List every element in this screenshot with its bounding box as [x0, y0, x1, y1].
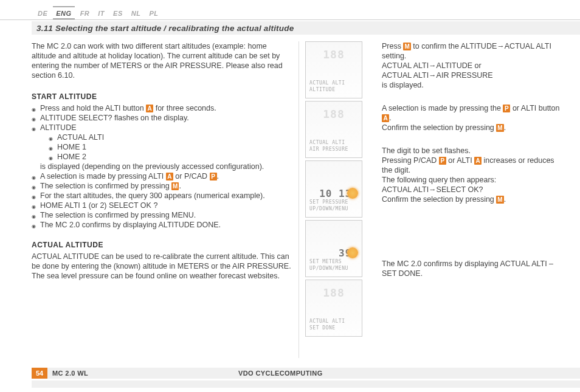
text: A selection is made by pressing the: [382, 104, 503, 112]
manual-page: DE ENG FR IT ES NL PL 3.11 Selecting the…: [0, 0, 580, 392]
device-segments: [311, 167, 357, 180]
right-block-3: The digit to be set flashes. Pressing P/…: [382, 146, 565, 204]
content-columns: The MC 2.0 can work with two different s…: [32, 41, 565, 358]
text: Pressing P/CAD: [382, 156, 439, 165]
actual-altitude-heading: ACTUAL ALTITUDE: [32, 241, 292, 249]
list-item: The MC 2.0 confirms by displaying ALTITU…: [32, 220, 292, 230]
list-item: HOME 1: [49, 142, 292, 152]
list-item: ALTITUDE SELECT? flashes on the display.: [32, 113, 292, 123]
text: A selection is made by pressing ALTI: [40, 172, 166, 181]
footer-model: MC 2.0 WL: [52, 370, 88, 377]
list-item: For the start altitudes, the query 300 a…: [32, 191, 292, 201]
language-tabs: DE ENG FR IT ES NL PL: [38, 10, 159, 17]
lang-nl[interactable]: NL: [131, 10, 141, 17]
text: The selection is confirmed by pressing: [40, 182, 171, 190]
start-altitude-list: Press and hold the ALTI button A for thr…: [32, 103, 292, 230]
text: or ALTI: [446, 156, 474, 165]
device-screenshot-stack: 188 ACTUAL ALTI ALTITUDE 188 ACTUAL ALTI…: [305, 41, 366, 337]
text: ALTITUDE: [40, 123, 77, 132]
right-block-2: A selection is made by pressing the P or…: [382, 103, 565, 132]
device-segments: 188: [311, 108, 357, 120]
lang-de[interactable]: DE: [38, 10, 47, 17]
text: Press and hold the ALTI button: [40, 104, 146, 112]
pcad-chip-icon: P: [210, 173, 217, 181]
column-right: Press M to confirm the ALTITUDE→ACTUAL A…: [372, 41, 565, 358]
device-screenshot: 398 SET METERS UP/DOWN/MENU: [305, 220, 362, 277]
list-item: ACTUAL ALTI: [49, 132, 292, 142]
actual-altitude-block: ACTUAL ALTITUDE ACTUAL ALTITUDE can be u…: [32, 241, 292, 281]
device-label-2: UP/DOWN/MENU: [309, 266, 348, 271]
device-label-2: SET DONE: [309, 325, 336, 331]
section-header: 3.11 Selecting the start altitude / reca…: [32, 21, 580, 35]
footer-bottom-strip: [32, 380, 580, 388]
menu-chip-icon: M: [403, 43, 410, 50]
pcad-chip-icon: P: [503, 105, 510, 112]
text: for three seconds.: [153, 104, 216, 112]
text: Confirm the selection by pressing: [382, 195, 496, 204]
pcad-chip-icon: P: [439, 157, 446, 165]
lang-it[interactable]: IT: [98, 10, 105, 17]
device-segments: 188: [311, 48, 357, 61]
device-segments: 188: [311, 286, 357, 299]
section-title: 3.11 Selecting the start altitude / reca…: [36, 24, 294, 33]
device-screenshot: 188 ACTUAL ALTI AIR PRESSURE: [305, 101, 362, 158]
text: .: [504, 123, 506, 132]
device-label-1: ACTUAL ALTI: [309, 80, 345, 86]
device-label-1: ACTUAL ALTI: [309, 318, 345, 324]
column-left: The MC 2.0 can work with two different s…: [32, 41, 299, 358]
text: The following query then appears:: [382, 176, 496, 184]
lang-eng[interactable]: ENG: [56, 10, 71, 17]
top-divider: [0, 19, 580, 20]
device-screenshot: 188 ACTUAL ALTI SET DONE: [305, 280, 362, 337]
intro-paragraph: The MC 2.0 can work with two different s…: [32, 41, 292, 80]
flash-indicator-icon: [347, 247, 358, 258]
text: .: [179, 182, 181, 190]
right-block-1: Press M to confirm the ALTITUDE→ACTUAL A…: [382, 41, 565, 90]
text: ACTUAL ALTI→SELECT OK?: [382, 185, 483, 194]
device-label-1: SET METERS: [309, 259, 342, 264]
menu-chip-icon: M: [496, 124, 503, 132]
footer-bar: MC 2.0 WL VDO CYCLECOMPUTING: [32, 368, 580, 379]
alti-chip-icon: A: [382, 114, 389, 122]
alti-chip-icon: A: [146, 105, 153, 112]
text: The digit to be set flashes.: [382, 146, 471, 155]
menu-chip-icon: M: [171, 182, 179, 190]
lang-pl[interactable]: PL: [149, 10, 158, 17]
alti-chip-icon: A: [166, 173, 173, 181]
list-item: A selection is made by pressing ALTI A o…: [32, 171, 292, 181]
device-label-2: AIR PRESSURE: [309, 146, 348, 152]
device-label-1: SET PRESSURE: [309, 199, 348, 205]
altitude-sublist: ACTUAL ALTI HOME 1 HOME 2: [49, 132, 292, 162]
footer-page-number: 54: [32, 368, 47, 379]
page-footer: MC 2.0 WL VDO CYCLECOMPUTING 54: [0, 368, 580, 383]
device-label-2: ALTITUDE: [309, 87, 336, 92]
alti-chip-icon: A: [474, 157, 482, 165]
device-label-2: UP/DOWN/MENU: [309, 206, 348, 211]
text: is displayed.: [382, 81, 424, 89]
device-screenshot: 188 ACTUAL ALTI ALTITUDE: [305, 41, 362, 98]
device-label-1: ACTUAL ALTI: [309, 140, 345, 145]
actual-altitude-text: ACTUAL ALTITUDE can be used to re-calibr…: [32, 252, 292, 281]
text: .: [504, 195, 506, 204]
text: .: [389, 114, 391, 122]
text: or ALTI button: [510, 104, 559, 112]
text: Confirm the selection by pressing: [382, 123, 496, 132]
text: ACTUAL ALTI→ALTITUDE or: [382, 61, 482, 70]
device-segments: [311, 227, 357, 239]
right-block-4: The MC 2.0 confirms by displaying ACTUAL…: [382, 259, 565, 278]
text: or P/CAD: [173, 172, 210, 181]
list-item: Press and hold the ALTI button A for thr…: [32, 103, 292, 113]
list-item: ALTITUDE ACTUAL ALTI HOME 1 HOME 2 is di…: [32, 123, 292, 171]
text: The MC 2.0 confirms by displaying ACTUAL…: [382, 260, 553, 278]
text: ACTUAL ALTI→AIR PRESSURE: [382, 71, 493, 80]
text: .: [217, 172, 219, 181]
lang-es[interactable]: ES: [113, 10, 123, 17]
flash-indicator-icon: [347, 188, 358, 199]
lang-fr[interactable]: FR: [80, 10, 90, 17]
list-item: The selection is confirmed by pressing M…: [32, 181, 292, 191]
list-item: HOME ALTI 1 (or 2) SELECT OK ?: [32, 201, 292, 210]
text: Press: [382, 42, 403, 50]
list-item: HOME 2: [49, 152, 292, 162]
list-item: The selection is confirmed by pressing M…: [32, 210, 292, 220]
menu-chip-icon: M: [496, 196, 503, 204]
